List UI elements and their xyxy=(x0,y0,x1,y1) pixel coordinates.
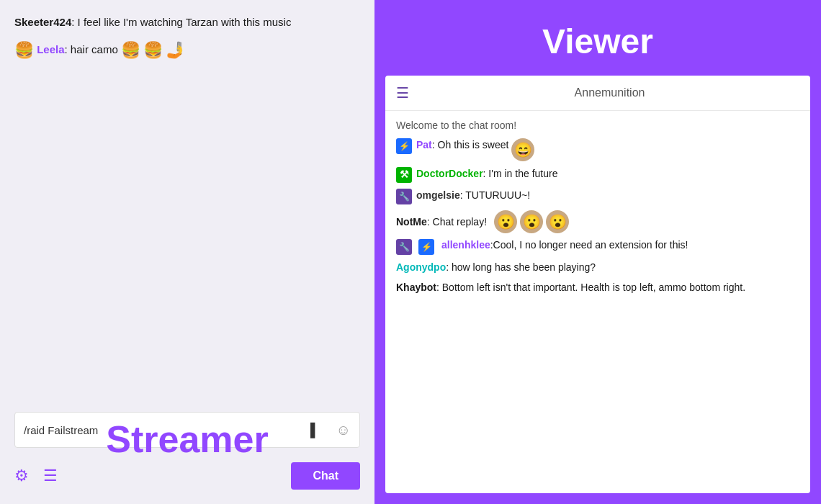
badge-allen-1: 🔧 xyxy=(396,239,412,255)
settings-icon[interactable]: ⚙ xyxy=(14,467,29,485)
viewer-messages: Welcome to the chat room! ⚡ Pat : Oh thi… xyxy=(385,111,810,493)
username-notme: NotMe xyxy=(396,216,427,228)
burger-emoji-2: 🍔 xyxy=(143,41,163,59)
allen-badges: 🔧 ⚡ xyxy=(396,239,439,255)
msg-khaybot-text: : Bottom left isn't that important. Heal… xyxy=(436,281,745,295)
msg-pat-text: : Oh this is sweet xyxy=(432,138,509,153)
msg1-text: : I feel like I'm watching Tarzan with t… xyxy=(71,16,291,28)
viewer-message-omgelsie: 🔧 omgelsie : TUTURUUU~! xyxy=(396,189,799,204)
allen-text: allenhklee:Cool, I no longer need an ext… xyxy=(441,239,688,251)
msg-doctordocker-text: : I'm in the future xyxy=(483,167,558,181)
msg2-text: : hair camo xyxy=(65,43,118,55)
viewer-message-pat: ⚡ Pat : Oh this is sweet 😄 xyxy=(396,138,799,161)
viewer-message-doctordocker: ⚒ DoctorDocker : I'm in the future xyxy=(396,167,799,183)
username-allenhklee: allenhklee xyxy=(441,239,490,251)
toolbar-left: ⚙ ☰ xyxy=(14,467,58,485)
badge-allen-2: ⚡ xyxy=(418,239,434,255)
username-leela: Leela xyxy=(37,43,64,55)
burger-emoji-1: 🍔 xyxy=(121,41,140,59)
viewer-nav: ☰ Annemunition xyxy=(385,76,810,111)
face-emoji-pat: 😄 xyxy=(511,138,534,161)
username-skeeter424: Skeeter424 xyxy=(14,16,71,28)
welcome-message: Welcome to the chat room! xyxy=(396,120,799,131)
face-emoji-notme-3: 😮 xyxy=(546,210,569,233)
notme-text: NotMe: Chat replay! xyxy=(396,216,487,228)
viewer-content: ☰ Annemunition Welcome to the chat room!… xyxy=(385,76,810,493)
face-emoji-notme-2: 😮 xyxy=(520,210,543,233)
username-doctordocker: DoctorDocker xyxy=(416,167,483,181)
badge-pat: ⚡ xyxy=(396,138,412,154)
streamer-label: Streamer xyxy=(0,418,374,461)
chat-messages: Skeeter424: I feel like I'm watching Tar… xyxy=(0,0,374,405)
chat-toolbar: ⚙ ☰ Chat xyxy=(0,455,374,504)
badge-doctordocker: ⚒ xyxy=(396,167,412,183)
username-khaybot: Khaybot xyxy=(396,281,436,295)
viewer-title: Viewer xyxy=(389,22,807,61)
right-panel: Viewer ☰ Annemunition Welcome to the cha… xyxy=(374,0,821,504)
list-icon[interactable]: ☰ xyxy=(43,467,58,485)
hamburger-icon[interactable]: ☰ xyxy=(396,84,409,102)
viewer-message-agonydpo: Agonydpo : how long has she been playing… xyxy=(396,261,799,275)
viewer-channel-name: Annemunition xyxy=(420,86,799,99)
leela-prefix-emoji: 🍔 xyxy=(14,41,34,59)
username-agonydpo: Agonydpo xyxy=(396,261,446,275)
viewer-message-notme: NotMe: Chat replay! 😮 😮 😮 xyxy=(396,210,799,233)
msg-agonydpo-text: : how long has she been playing? xyxy=(446,261,596,275)
username-pat: Pat xyxy=(416,138,432,153)
left-panel: Skeeter424: I feel like I'm watching Tar… xyxy=(0,0,374,504)
username-omgelsie: omgelsie xyxy=(416,189,460,203)
chat-message-1: Skeeter424: I feel like I'm watching Tar… xyxy=(14,14,360,30)
viewer-message-allenhklee: 🔧 ⚡ allenhklee:Cool, I no longer need an… xyxy=(396,239,799,255)
chat-send-button[interactable]: Chat xyxy=(291,462,360,490)
msg-omgelsie-text: : TUTURUUU~! xyxy=(460,189,530,203)
face-emoji-notme-1: 😮 xyxy=(494,210,517,233)
viewer-message-khaybot: Khaybot : Bottom left isn't that importa… xyxy=(396,281,799,295)
badge-omgelsie: 🔧 xyxy=(396,189,412,204)
chat-message-2: 🍔 Leela: hair camo 🍔 🍔 🤳 xyxy=(14,40,360,62)
sunglasses-emoji: 🤳 xyxy=(166,41,185,59)
viewer-header: Viewer xyxy=(374,0,821,76)
